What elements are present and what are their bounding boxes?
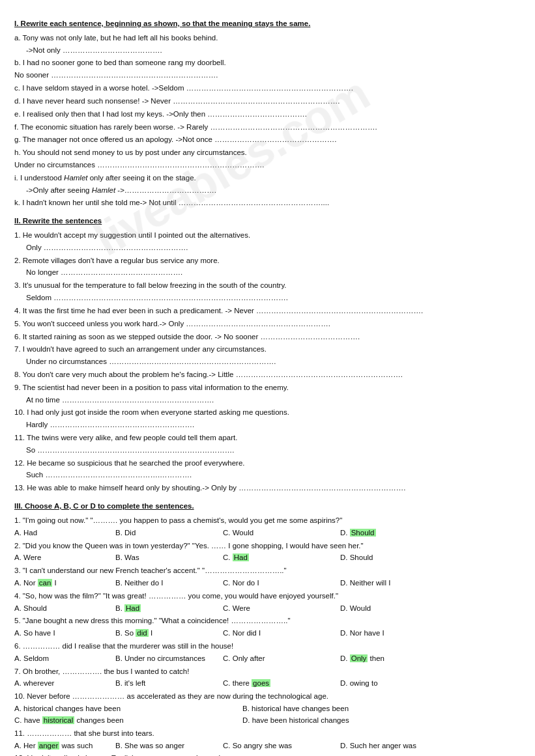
s2-8: 8. You don't care very much about the pr…	[14, 369, 521, 381]
q3-c: C. Nor do I	[223, 578, 340, 589]
q4: 4. "So, how was the film?" "It was great…	[14, 591, 521, 615]
q4-c: C. Were	[223, 603, 340, 615]
q2-d: D. Should	[340, 552, 457, 564]
s1-k: k. I hadn't known her until she told me-…	[14, 197, 521, 209]
q2: 2. "Did you know the Queen was in town y…	[14, 540, 521, 565]
q7-b: B. it's left	[115, 678, 223, 690]
s1-c: c. I have seldom stayed in a worse hotel…	[14, 83, 521, 94]
q1-c: C. Would	[223, 527, 340, 539]
q5-a: A. So have I	[14, 628, 115, 639]
section2-title: II. Rewrite the sentences	[14, 216, 521, 227]
q11-c: C. So angry she was	[223, 740, 340, 752]
q7-d: D. owing to	[340, 678, 457, 690]
s1-i: i. I understood Hamlet only after seeing…	[14, 173, 521, 197]
s2-5: 5. You won't succeed unless you work har…	[14, 318, 521, 330]
q6-c: C. Only after	[223, 653, 340, 665]
s1-e: e. I realised only then that I had lost …	[14, 109, 521, 120]
section3: III. Choose A, B, C or D to complete the…	[14, 501, 521, 756]
s2-1: 1. He wouldn't accept my suggestion unti…	[14, 230, 521, 254]
q1-b: B. Did	[115, 527, 223, 539]
q6-b: B. Under no circumstances	[115, 653, 223, 665]
q11-a: A. Her anger was such	[14, 740, 115, 752]
q1-a: A. Had	[14, 527, 115, 539]
s2-6: 6. It started raining as soon as we step…	[14, 331, 521, 343]
s1-b: b. I had no sooner gone to bed than some…	[14, 57, 521, 81]
q3-a: A. Nor can I	[14, 578, 115, 589]
section3-title: III. Choose A, B, C or D to complete the…	[14, 501, 521, 512]
q1-d: D. Should	[340, 527, 457, 539]
q1: 1. "I'm going out now." "………. you happen…	[14, 515, 521, 539]
s1-f: f. The economic situation has rarely bee…	[14, 122, 521, 133]
q6: 6. …………… did I realise that the murderer…	[14, 641, 521, 665]
q5-b: B. So did I	[115, 628, 223, 639]
q11: 11. ……………… that she burst into tears. A.…	[14, 728, 521, 752]
q4-d: D. Would	[340, 603, 457, 615]
s1-a: a. Tony was not only late, but he had le…	[14, 33, 521, 57]
s2-4: 4. It was the first time he had ever bee…	[14, 305, 521, 317]
q12: 12. I hadn't realized she was English ………	[14, 753, 521, 756]
section1: I. Rewrite each sentence, beginning as s…	[14, 18, 521, 209]
q10-a: A. historical changes have been	[14, 703, 242, 715]
s2-10: 10. I had only just got inside the room …	[14, 407, 521, 431]
s2-2: 2. Remote villages don't have a regular …	[14, 255, 521, 279]
q10-b: B. historical have changes been	[242, 703, 470, 715]
section1-title: I. Rewrite each sentence, beginning as s…	[14, 18, 521, 30]
q2-b: B. Was	[115, 552, 223, 564]
q10-c: C. have historical changes been	[14, 715, 242, 727]
s1-h: h. You should not send money to us by po…	[14, 147, 521, 171]
q5-c: C. Nor did I	[223, 628, 340, 639]
q6-d: D. Only then	[340, 653, 457, 665]
q7-c: C. there goes	[223, 678, 340, 690]
q2-a: A. Were	[14, 552, 115, 564]
s2-13: 13. He was able to make himself heard on…	[14, 483, 521, 494]
q4-a: A. Should	[14, 603, 115, 615]
q5: 5. "Jane bought a new dress this morning…	[14, 615, 521, 639]
s2-9: 9. The scientist had never been in a pos…	[14, 382, 521, 406]
q7-a: A. wherever	[14, 678, 115, 690]
s2-7: 7. I wouldn't have agreed to such an arr…	[14, 344, 521, 368]
q5-d: D. Nor have I	[340, 628, 457, 639]
s1-d: d. I have never heard such nonsense! -> …	[14, 96, 521, 107]
q6-a: A. Seldom	[14, 653, 115, 665]
q11-d: D. Such her anger was	[340, 740, 457, 752]
s1-g: g. The manager not once offered us an ap…	[14, 134, 521, 146]
s2-12: 12. He became so suspicious that he sear…	[14, 458, 521, 482]
section2: II. Rewrite the sentences 1. He wouldn't…	[14, 216, 521, 494]
q10: 10. Never before ………………… as accelerated …	[14, 691, 521, 726]
q3-d: D. Neither will I	[340, 578, 457, 589]
q3-b: B. Neither do I	[115, 578, 223, 589]
q7: 7. Oh brother, ……………. the bus I wanted t…	[14, 666, 521, 690]
q2-c: C. Had	[223, 552, 340, 564]
q11-b: B. She was so anger	[115, 740, 223, 752]
q4-b: B. Had	[115, 603, 223, 615]
s2-3: 3. It's unusual for the temperature to f…	[14, 280, 521, 304]
s2-11: 11. The twins were very alike, and few p…	[14, 432, 521, 456]
q3: 3. "I can't understand our new French te…	[14, 565, 521, 589]
q10-d: D. have been historical changes	[242, 715, 470, 727]
